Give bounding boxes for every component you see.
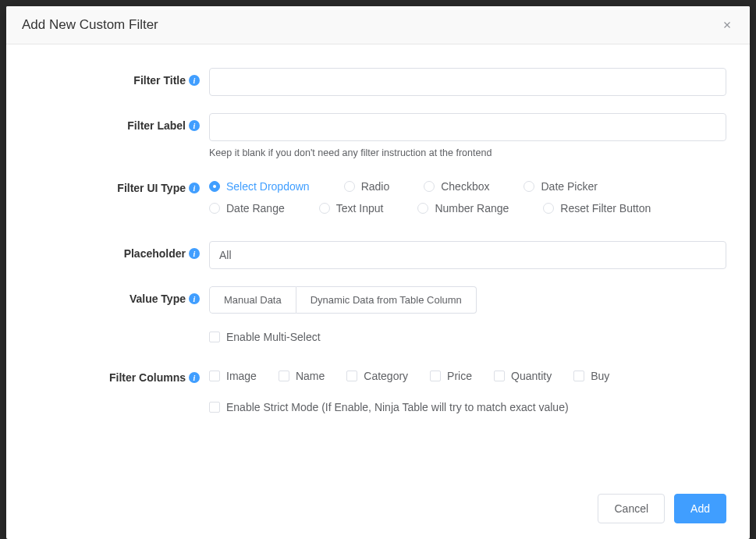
checkbox-label-text: Enable Strict Mode (If Enable, Ninja Tab… [226,401,569,413]
checkbox-icon [209,332,220,342]
cancel-button[interactable]: Cancel [598,494,665,523]
radio-date-range[interactable]: Date Range [209,202,285,215]
radio-checkbox[interactable]: Checkbox [424,180,489,193]
modal-title: Add New Custom Filter [22,17,158,33]
checkbox-label-text: Image [226,370,257,382]
label-filter-label: Filter Label i [30,113,209,132]
checkbox-label-text: Name [296,370,325,382]
label-filter-title: Filter Title i [30,68,209,87]
info-icon[interactable]: i [189,372,200,383]
checkbox-column-quantity[interactable]: Quantity [494,370,552,382]
label-filter-columns: Filter Columns i [30,365,209,384]
radio-label-text: Checkbox [441,180,489,193]
checkbox-label-text: Quantity [511,370,552,382]
radio-icon [424,181,435,192]
label-filter-columns-text: Filter Columns [109,371,186,384]
row-filter-ui-type: Filter UI Type i Select Dropdown Radio [30,176,726,224]
label-value-type: Value Type i [30,286,209,305]
checkbox-column-name[interactable]: Name [279,370,325,382]
row-filter-title: Filter Title i [30,68,726,96]
info-icon[interactable]: i [189,75,200,86]
label-filter-title-text: Filter Title [133,74,186,87]
label-filter-label-text: Filter Label [127,119,186,132]
checkbox-icon [209,371,220,381]
radio-label-text: Date Picker [541,180,597,193]
row-filter-label: Filter Label i Keep it blank if you don'… [30,113,726,158]
label-value-type-text: Value Type [130,293,186,305]
radio-label-text: Radio [361,180,390,193]
value-type-segment: Manual Data Dynamic Data from Table Colu… [209,286,726,314]
radio-icon [319,203,330,214]
checkbox-label-text: Enable Multi-Select [226,331,321,343]
filter-label-input[interactable] [209,113,726,141]
label-placeholder-text: Placeholder [124,247,186,260]
radio-number-range[interactable]: Number Range [417,202,509,215]
close-icon [722,20,733,30]
checkbox-enable-multi-select[interactable]: Enable Multi-Select [209,331,726,343]
radio-icon [209,203,220,214]
checkbox-icon [494,371,505,381]
radio-reset-filter-button[interactable]: Reset Filter Button [543,202,651,215]
ui-type-radio-group: Select Dropdown Radio Checkbox Date Pick… [209,176,726,224]
radio-label-text: Number Range [435,202,509,215]
checkbox-column-buy[interactable]: Buy [573,370,609,382]
info-icon[interactable]: i [189,248,200,259]
label-placeholder: Placeholder i [30,241,209,260]
radio-icon [543,203,554,214]
modal-footer: Cancel Add [6,481,750,539]
checkbox-column-price[interactable]: Price [430,370,472,382]
radio-icon [524,181,534,192]
add-button[interactable]: Add [674,494,726,523]
radio-text-input[interactable]: Text Input [319,202,384,215]
placeholder-input[interactable] [209,241,726,269]
checkbox-enable-strict-mode[interactable]: Enable Strict Mode (If Enable, Ninja Tab… [209,401,726,413]
info-icon[interactable]: i [189,183,200,193]
checkbox-label-text: Category [364,370,408,382]
checkbox-column-image[interactable]: Image [209,370,257,382]
checkbox-icon [209,402,220,413]
checkbox-label-text: Buy [591,370,609,382]
checkbox-icon [573,371,584,381]
filter-columns-group: Image Name Category Price [209,365,726,382]
radio-select-dropdown[interactable]: Select Dropdown [209,180,310,193]
close-button[interactable] [720,18,734,32]
radio-label-text: Text Input [336,202,384,215]
row-filter-columns: Filter Columns i Image Name Category [30,365,726,384]
label-filter-ui-type: Filter UI Type i [30,176,209,194]
radio-label-text: Reset Filter Button [560,202,651,215]
radio-date-picker[interactable]: Date Picker [524,180,597,193]
row-value-type: Value Type i Manual Data Dynamic Data fr… [30,286,726,314]
label-filter-ui-type-text: Filter UI Type [117,182,186,194]
info-icon[interactable]: i [189,293,200,304]
radio-radio[interactable]: Radio [344,180,390,193]
info-icon[interactable]: i [189,120,200,131]
filter-label-hint: Keep it blank if you don't need any filt… [209,147,726,158]
radio-label-text: Date Range [226,202,285,215]
checkbox-icon [346,371,357,381]
checkbox-column-category[interactable]: Category [346,370,408,382]
modal-add-custom-filter: Add New Custom Filter Filter Title i Fil… [6,6,750,539]
filter-title-input[interactable] [209,68,726,96]
row-placeholder: Placeholder i [30,241,726,269]
radio-icon [344,181,355,192]
seg-manual-data[interactable]: Manual Data [209,286,296,314]
radio-icon [417,203,428,214]
checkbox-label-text: Price [447,370,472,382]
checkbox-icon [279,371,289,381]
radio-icon [209,181,220,192]
radio-label-text: Select Dropdown [226,180,310,193]
checkbox-icon [430,371,441,381]
modal-header: Add New Custom Filter [6,6,750,44]
seg-dynamic-data[interactable]: Dynamic Data from Table Column [296,286,477,314]
modal-body: Filter Title i Filter Label i Keep it bl… [6,44,750,481]
